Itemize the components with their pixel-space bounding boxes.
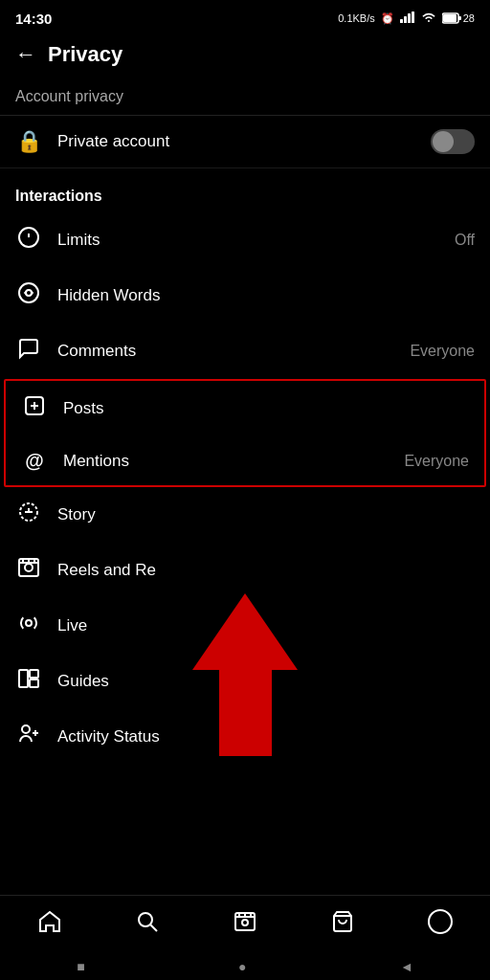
svg-line-32 [151,925,158,932]
guides-icon [15,667,42,696]
bottom-nav [0,895,490,953]
nav-profile[interactable] [416,905,464,944]
reels-row[interactable]: Reels and Re [0,543,490,598]
svg-rect-0 [400,19,403,23]
mentions-icon: @ [21,450,48,472]
svg-rect-5 [443,14,457,22]
story-row[interactable]: Story [0,487,490,543]
hidden-words-row[interactable]: Hidden Words [0,268,490,323]
status-bar: 14:30 0.1KB/s ⏰ 28 [0,0,490,34]
hidden-words-label: Hidden Words [57,286,475,305]
search-icon [136,910,159,939]
home-icon [37,910,62,939]
comments-label: Comments [57,342,394,361]
back-button[interactable]: ← [15,42,36,67]
nav-shop[interactable] [320,906,366,943]
interactions-section-label: Interactions [0,168,490,212]
svg-point-34 [242,920,248,925]
svg-rect-27 [30,679,38,687]
posts-label: Posts [63,399,469,418]
svg-rect-2 [408,13,411,23]
reels-nav-icon [234,910,256,939]
nav-home[interactable] [26,906,74,943]
mentions-value: Everyone [404,453,469,470]
svg-point-31 [139,913,152,926]
svg-rect-1 [404,16,407,23]
limits-row[interactable]: Limits Off [0,212,490,268]
partial-account-privacy[interactable]: Account privacy [0,78,490,116]
android-back-button[interactable]: ◄ [400,959,413,974]
network-speed: 0.1KB/s [338,12,375,24]
comments-icon [15,337,42,366]
limits-value: Off [455,232,475,249]
android-home-button[interactable]: ● [238,959,246,974]
svg-rect-26 [30,670,38,678]
battery-icon: 28 [442,12,475,24]
private-account-row[interactable]: 🔒 Private account [0,116,490,168]
android-recents-button[interactable]: ■ [77,959,84,974]
limits-label: Limits [57,231,439,250]
comments-value: Everyone [410,343,475,360]
reels-label: Reels and Re [57,561,475,580]
reels-icon [15,556,42,585]
svg-point-39 [429,910,452,933]
svg-point-24 [26,620,32,626]
limits-icon [15,226,42,255]
private-account-toggle[interactable] [431,129,475,154]
shop-icon [331,910,354,939]
android-nav-bar: ■ ● ◄ [0,953,490,980]
svg-point-11 [26,290,32,296]
hidden-words-icon [15,281,42,310]
page-title: Privacy [48,42,122,67]
posts-icon [21,394,48,423]
nav-search[interactable] [124,906,170,943]
status-time: 14:30 [15,11,52,27]
activity-status-icon [15,723,42,751]
highlighted-posts-mentions: Posts @ Mentions Everyone [4,379,486,487]
posts-row[interactable]: Posts [6,381,484,436]
svg-rect-3 [412,11,414,23]
svg-point-28 [22,725,30,733]
lock-icon: 🔒 [15,129,42,154]
mentions-label: Mentions [63,452,389,471]
story-label: Story [57,505,475,524]
live-icon [15,612,42,640]
mentions-row[interactable]: @ Mentions Everyone [6,436,484,485]
story-icon [15,501,42,529]
private-account-label: Private account [57,132,415,151]
nav-reels[interactable] [222,906,268,943]
comments-row[interactable]: Comments Everyone [0,323,490,379]
svg-rect-6 [458,16,461,20]
alarm-icon: ⏰ [381,12,394,25]
wifi-icon [421,11,436,25]
svg-rect-25 [19,670,28,687]
signal-icon [400,11,415,25]
profile-icon [428,909,453,940]
svg-point-19 [25,564,33,571]
header: ← Privacy [0,34,490,78]
status-right: 0.1KB/s ⏰ 28 [338,11,475,25]
battery-level: 28 [463,12,475,24]
